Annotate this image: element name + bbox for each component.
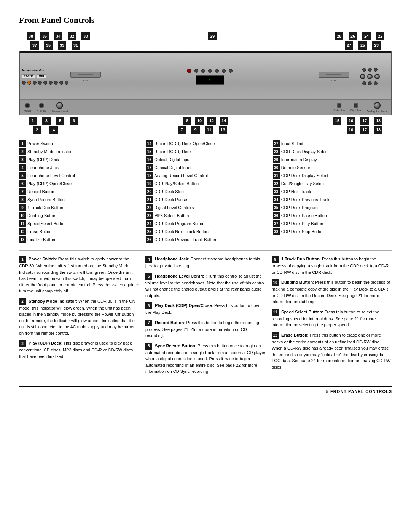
legend-num-1: 1 [19, 140, 26, 147]
desc-title-2: Standby Mode Indicator [29, 299, 76, 304]
legend-text-13: Finalize Button [27, 237, 55, 242]
legend-item-25: 25 CDR Deck Next Track Button [146, 228, 265, 235]
desc-title-1: Power Switch [29, 257, 56, 261]
btn-rec[interactable] [38, 81, 42, 85]
legend-num-19: 19 [146, 180, 153, 187]
cdr-label: CDR [331, 79, 336, 81]
num-14: 14 [220, 117, 228, 125]
headphone-level-knob[interactable] [56, 102, 63, 109]
device-image: harman/kardon CDC 30 MP3 [19, 51, 392, 115]
legend-item-33: 33 CDP Next Track [273, 188, 392, 195]
num-17b: 17 [360, 126, 369, 134]
desc-num-11: 11 [272, 309, 279, 316]
legend-num-34: 34 [273, 196, 280, 203]
page-title: Front Panel Controls [19, 15, 392, 25]
legend-text-3: Play (CDP) Deck [27, 157, 59, 162]
legend-num-17: 17 [146, 164, 153, 171]
legend-text-14: Record (CDR) Deck Open/Close [154, 141, 215, 146]
cdc-badge: CDC 30 [22, 74, 35, 78]
btn-finalize2[interactable] [229, 69, 233, 73]
legend-text-25: CDR Deck Next Track Button [154, 229, 208, 234]
desc-title-6: Play Deck (CDP) Open/Close [155, 303, 212, 308]
legend-item-11: 11 Speed Select Button [19, 220, 138, 227]
btn-cdr-play[interactable] [362, 68, 366, 72]
mp3-badge: MP3 [37, 74, 46, 78]
num-31: 31 [72, 41, 80, 50]
legend-text-26: CDR Deck Previous Track Button [154, 237, 216, 242]
legend-num-14: 14 [146, 140, 153, 147]
num-11: 11 [205, 126, 213, 134]
btn-finalize[interactable] [65, 81, 68, 85]
legend-text-12: Erase Button [27, 229, 52, 234]
btn-sync-rec[interactable] [194, 69, 198, 73]
btn-trk-dub[interactable] [201, 69, 205, 73]
legend-text-4: Headphone Jack [27, 165, 59, 170]
num-35: 35 [44, 41, 53, 50]
legend-text-2: Standby Mode Indicator [27, 149, 72, 154]
btn-prog[interactable] [374, 81, 378, 85]
badge-29: 29 [208, 32, 217, 40]
footer-text: 5 FRONT PANEL CONTROLS [326, 389, 392, 394]
knob-digital-level[interactable] [367, 74, 373, 79]
num-8: 8 [183, 117, 191, 125]
btn-dub[interactable] [49, 81, 53, 85]
btn-next-track[interactable] [368, 81, 372, 85]
legend-num-23: 23 [146, 212, 153, 219]
btn-speed[interactable] [54, 81, 58, 85]
legend-item-24: 24 CDR Deck Program Button [146, 220, 265, 227]
desc-item-8: 8 Sync Record Button: Press this button … [145, 343, 266, 375]
btn-record[interactable] [187, 69, 191, 73]
num-38: 38 [27, 32, 35, 40]
desc-num-1: 1 [19, 256, 26, 263]
num-33: 33 [58, 41, 66, 50]
num-34: 34 [54, 32, 62, 40]
desc-num-5: 5 [145, 273, 152, 280]
legend-item-21: 21 CDR Deck Pause [146, 196, 265, 203]
desc-item-5: 5 Headphone Level Control: Turn this con… [145, 273, 266, 299]
desc-item-1: 1 Power Switch: Press this switch to app… [19, 256, 139, 294]
btn-prev-track[interactable] [362, 81, 366, 85]
num-13: 13 [219, 126, 227, 134]
btn-cdr-pause[interactable] [374, 68, 378, 72]
legend-text-36: CDP Deck Pause Button [281, 213, 327, 218]
btn-power[interactable] [22, 81, 26, 85]
legend-item-18: 18 Analog Record Level Control [146, 172, 265, 179]
legend-item-13: 13 Finalize Button [19, 236, 138, 243]
legend-text-38: CDP Deck Stop Button [281, 229, 324, 234]
desc-item-10: 10 Dubbing Button: Press this button to … [272, 279, 392, 305]
desc-item-11: 11 Speed Select Button: Press this butto… [272, 309, 392, 328]
desc-num-10: 10 [272, 279, 279, 286]
btn-erase[interactable] [59, 81, 63, 85]
desc-title-8: Sync Record Button [155, 343, 195, 348]
legend-num-38: 38 [273, 228, 280, 235]
middle-btn-row [187, 69, 233, 73]
btn-erase2[interactable] [222, 69, 226, 73]
btn-sync[interactable] [43, 81, 47, 85]
diagram-container: 38 36 34 32 30 29 28 [19, 32, 392, 134]
legend-num-15: 15 [146, 148, 153, 155]
btn-dubbing[interactable] [208, 69, 212, 73]
legend-text-20: CDR Deck Stop [154, 189, 184, 194]
legend-num-2: 2 [19, 148, 26, 155]
btn-speed2[interactable] [215, 69, 219, 73]
legend-text-9: 1 Track Dub Button [27, 205, 63, 210]
legend-item-2: 2 Standby Mode Indicator [19, 148, 138, 155]
legend-text-5: Headphone Level Control [27, 173, 75, 178]
analog-level-knob[interactable] [374, 102, 381, 109]
legend-text-35: CDP Deck Program [281, 205, 318, 210]
legend-text-1: Power Switch [27, 141, 53, 146]
power-bottom: Power [24, 103, 31, 112]
btn-cdr-stop[interactable] [368, 68, 372, 72]
badge-26: 26 [349, 32, 357, 40]
optical-label: Optical In [333, 109, 345, 112]
legend-item-1: 1 Power Switch [19, 140, 138, 147]
knob-analog-level[interactable] [360, 74, 365, 79]
legend-num-3: 3 [19, 156, 26, 163]
legend-text-23: MP3 Select Button [154, 213, 189, 218]
knob-mp3[interactable] [374, 74, 380, 79]
desc-col-3: 9 1 Track Dub Button: Press this button … [272, 256, 392, 379]
legend-text-15: Record (CDR) Deck [154, 149, 191, 154]
legend-num-6: 6 [19, 180, 26, 187]
legend-num-12: 12 [19, 228, 26, 235]
btn-play-cdp[interactable] [33, 81, 37, 85]
